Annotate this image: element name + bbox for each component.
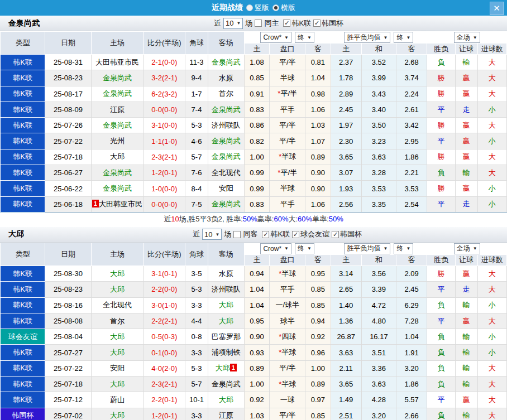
away-team: 安阳 [208,181,244,196]
away-team: 金泉尚武 [208,196,244,212]
home-team: 全北现代 [91,297,143,313]
same-venue-checkbox[interactable] [255,20,262,27]
corner-count: 10-1 [185,392,208,408]
match-row: 韩K联25-08-08首尔2-2(2-1)4-4大邱0.95球半0.941.36… [1,313,507,329]
avg-draw-odds: 3.51 [361,345,396,360]
home-team: 首尔 [91,313,143,329]
odds-source-select[interactable]: Crow*▼ [260,32,291,43]
match-count-select[interactable]: 10▼ [223,18,243,29]
avg-home-odds: 2.51 [331,408,361,420]
fullmatch-select[interactable]: 全场▼ [454,32,480,43]
column-subheader: 主 [331,44,361,55]
away-team-name: 大邱 [8,229,24,239]
corner-count: 5-7 [185,376,208,392]
league-type-badge: 韩K联 [1,165,45,181]
games-label: 场 [224,229,231,239]
radio-selected-icon[interactable] [272,4,279,11]
avg-odds-select[interactable]: 胜平负均值▼ [344,243,390,254]
league-checkbox[interactable] [262,231,269,238]
layout-radio-horizontal[interactable]: 横版 [272,3,295,13]
home-team: 金泉尚武 [91,165,143,181]
handicap-away-odds: 1.00 [305,360,331,376]
avg-draw-odds: 3.52 [361,55,396,70]
handicap-away-odds: 1.04 [305,70,331,86]
summary-segment: 场,胜5平3负2, 胜率: [179,214,243,224]
handicap-away-odds: 1.03 [305,118,331,133]
handicap-home-odds: 0.86 [244,118,269,133]
avg-away-odds: 5.57 [396,392,427,408]
handicap-line: 平/半 [270,118,305,133]
handicap-home-odds: 0.92 [244,392,269,408]
result-goals: 大 [477,70,506,86]
score: 1-2(0-1) [144,165,185,181]
odds-final-select[interactable]: 终▼ [295,243,314,254]
away-team: 浦项制铁 [208,345,244,360]
result-goals: 小 [477,196,506,212]
score: 3-0(1-0) [144,297,185,313]
avg-home-odds: 3.65 [331,149,361,165]
handicap-line: 平手 [270,196,305,212]
column-subheader: 进球数 [477,254,506,265]
avg-draw-odds: 3.63 [361,149,396,165]
handicap-line: *平/半 [270,165,305,181]
layout-radio-vertical[interactable]: 竖版 [246,3,269,13]
result-handicap: 贏 [455,86,477,102]
score: 2-2(2-1) [144,313,185,329]
same-venue-checkbox[interactable] [233,231,241,238]
match-date: 25-07-18 [45,376,91,392]
odds-final-select[interactable]: 终▼ [295,32,314,43]
league-checkbox[interactable] [332,231,339,238]
handicap-home-odds: 0.89 [244,360,269,376]
handicap-away-odds: 0.89 [305,376,331,392]
league-type-badge: 韩K联 [1,282,45,297]
handicap-home-odds: 0.82 [244,133,269,149]
result-winlose: 平 [427,102,455,117]
home-team: 大田韩亚市民 [91,55,143,70]
score: 3-1(0-1) [144,265,185,281]
result-goals: 小 [477,181,506,196]
radio-icon[interactable] [246,4,253,11]
avg-draw-odds: 3.20 [361,408,396,420]
handicap-home-odds: 1.04 [244,297,269,313]
score: 2-3(2-1) [144,149,185,165]
avg-final-select[interactable]: 终▼ [394,243,413,254]
handicap-line: 平/半 [270,360,305,376]
league-checkbox[interactable] [313,20,321,27]
league-type-badge: 韩K联 [1,196,45,212]
result-handicap: 輸 [455,55,477,70]
result-goals: 大 [477,282,506,297]
odds-source-select[interactable]: Crow*▼ [260,243,291,254]
handicap-home-odds: 0.83 [244,196,269,212]
handicap-line: *半球 [270,345,305,360]
result-winlose: 平 [427,133,455,149]
match-date: 25-08-23 [45,282,91,297]
result-winlose: 勝 [427,70,455,86]
match-date: 25-07-18 [45,149,91,165]
result-winlose: 勝 [427,181,455,196]
avg-draw-odds: 3.56 [361,265,396,281]
avg-final-select[interactable]: 终▼ [394,32,413,43]
avg-home-odds: 3.07 [331,165,361,181]
handicap-line: 平/半 [270,55,305,70]
corner-count: 0-8 [185,329,208,345]
away-team: 首尔 [208,86,244,102]
fullmatch-select[interactable]: 全场▼ [454,243,480,254]
close-icon[interactable]: ✕ [490,2,504,15]
league-checkbox[interactable] [283,20,290,27]
home-team: 金泉尚武 [91,118,143,133]
match-count-select[interactable]: 10▼ [202,229,222,240]
away-team: 大邱 [208,297,244,313]
avg-away-odds: 3.53 [396,181,427,196]
handicap-home-odds: 0.91 [244,86,269,102]
result-goals: 大 [477,86,506,102]
avg-away-odds: 1.86 [396,376,427,392]
score: 0-5(0-3) [144,329,185,345]
league-label: 韩国杯 [322,18,343,28]
handicap-line: 半球 [270,181,305,196]
match-row: 韩K联25-07-18大邱2-3(2-1)5-7金泉尚武1.00*半球0.893… [1,376,507,392]
avg-odds-select[interactable]: 胜平负均值▼ [344,32,390,43]
corner-count: 3-3 [185,297,208,313]
home-team: 1大田韩亚市民 [91,196,143,212]
league-checkbox[interactable] [292,231,299,238]
result-goals: 大 [477,376,506,392]
